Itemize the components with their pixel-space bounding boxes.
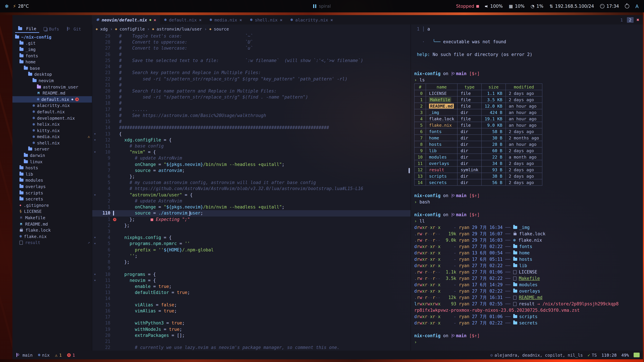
code-line[interactable]: 9 [92, 265, 410, 271]
breadcrumb-item[interactable]: astronvim/lua/user [157, 26, 202, 31]
code-line[interactable]: 2 }; [92, 223, 410, 229]
code-line[interactable]: 24# [92, 64, 410, 70]
code-line[interactable]: 16 vimAlias = true; [92, 308, 410, 314]
code-line[interactable]: 28# Convert to uppercase: `U` [92, 39, 410, 45]
close-buffer-icon[interactable]: × [240, 17, 242, 22]
code-line[interactable]: 5 # my cusotom astronvim config, astronv… [92, 180, 410, 186]
tree-item-Makefile[interactable]: MMakefile [12, 215, 92, 221]
tree-item-hosts[interactable]: hosts [12, 165, 92, 171]
code-line[interactable]: 18 withPython3 = true; [92, 320, 410, 326]
fold-indicator[interactable]: ▾ [92, 235, 98, 241]
tree-item-flake.nix[interactable]: ❄flake.nix [12, 233, 92, 240]
close-buffer-icon[interactable]: × [280, 17, 282, 22]
code-line[interactable]: 15# [92, 119, 410, 125]
code-line[interactable]: 15 viAlias = false; [92, 302, 410, 308]
code-line[interactable]: 6 }; [92, 174, 410, 180]
code-line[interactable]: 8 }; [92, 259, 410, 265]
code-line[interactable]: 25# Save the selected text to a file: `:… [92, 58, 410, 64]
tab-number[interactable]: 2 [627, 17, 634, 23]
breadcrumb-item[interactable]: xdg [100, 26, 108, 31]
fold-indicator[interactable]: ▾ [92, 131, 98, 137]
code-line[interactable]: 1× }; ■ Expecting ";" [92, 216, 410, 222]
code-line[interactable]: 23# Search key pattern and Replace in Mu… [92, 70, 410, 76]
breadcrumb-item[interactable]: configFile [120, 26, 145, 31]
network-module[interactable]: ⇅ 192.168.5.100/24 [550, 4, 594, 9]
code-line[interactable]: 16# See https://astronvim.com/Basic%20Us… [92, 113, 410, 119]
tree-item-kitty.nix[interactable]: ❄kitty.nix [12, 127, 92, 134]
tree-item-flake.lock[interactable]: flake.lock [12, 227, 92, 233]
code-line[interactable]: 13 defaultEditor = true; [92, 290, 410, 296]
tree-item-helix.nix[interactable]: ❄helix.nix [12, 121, 92, 127]
code-line[interactable]: 19# sed -ri "s/pattern_str/replace_str/g… [92, 94, 410, 100]
code-line[interactable]: 14######################################… [92, 125, 410, 131]
code-line[interactable]: 12 enable = true; [92, 284, 410, 290]
tree-item-desktop[interactable]: desktop [12, 71, 92, 77]
tree-item-result[interactable]: result↗ [12, 240, 92, 246]
fold-indicator[interactable]: ▾ [92, 192, 98, 198]
code-line[interactable]: 4 # https://github.com/AstroNvim/AstroNv… [92, 186, 410, 192]
code-line[interactable]: 14 [92, 296, 410, 302]
tree-item-.git[interactable]: .git [12, 40, 92, 46]
tree-item-lib[interactable]: lib [12, 171, 92, 177]
code-line[interactable]: 17 [92, 314, 410, 320]
code-line[interactable]: ▾11 neovim = { [92, 278, 410, 284]
tree-item-alacritty.nix[interactable]: ❄alacritty.nix [12, 102, 92, 109]
explorer-tab-bufs[interactable]: Bufs [40, 25, 62, 32]
distro-logo-icon[interactable]: ❄ [5, 3, 9, 9]
fold-indicator[interactable]: ▾ [92, 278, 98, 284]
code-line[interactable]: 21 [92, 339, 410, 345]
code-line[interactable]: ▾10 "nvim" = { [92, 149, 410, 155]
volume-module[interactable]: 100% [485, 4, 502, 9]
buffer-tab[interactable]: ❄media.nix× [206, 15, 246, 24]
code-line[interactable]: 27# Convert to lowercase: `u` [92, 45, 410, 51]
code-line[interactable]: 8 onChange = "${pkgs.neovim}/bin/nvim --… [92, 161, 410, 167]
code-line[interactable]: 22 # currently we use lazy.nvim as neovi… [92, 345, 410, 351]
tree-item-home[interactable]: home [12, 59, 92, 65]
code-line[interactable]: 7 ''; [92, 253, 410, 259]
recorder-module[interactable]: Stopped [456, 4, 479, 9]
code-line[interactable]: 21# [92, 82, 410, 88]
code-area[interactable]: 29# Toggle text's case: `~`28# Convert t… [92, 33, 410, 351]
close-buffer-icon[interactable]: × [199, 17, 202, 22]
explorer-tab-git[interactable]: Git [64, 25, 84, 32]
code-line[interactable]: ▾10 programs = { [92, 271, 410, 277]
code-line[interactable]: 20 extraPackages = []; [92, 332, 410, 338]
code-line[interactable]: ▾5 programs.npm.npmrc = '' [92, 241, 410, 247]
code-line[interactable]: 22# sed -ri "s/pattern_str/replace_str/g… [92, 76, 410, 82]
tree-item-scripts[interactable]: scripts [12, 190, 92, 196]
buffer-tab[interactable]: ❄default.nix× [160, 15, 206, 24]
tree-item-.gitignore[interactable]: ◆.gitignore [12, 202, 92, 208]
fold-indicator[interactable]: ▾ [92, 137, 98, 143]
code-line[interactable]: ▾12 xdg.configFile = { [92, 137, 410, 143]
tree-item-media.nix[interactable]: ❄media.nix⚠ [12, 134, 92, 140]
code-line[interactable]: 9 # update AstroNvim [92, 155, 410, 161]
tray-app-icon[interactable]: A [636, 3, 639, 9]
code-line[interactable]: 26# [92, 51, 410, 57]
tree-item-linux[interactable]: linux [12, 159, 92, 165]
tree-item-shell.nix[interactable]: ❄shell.nix [12, 140, 92, 146]
cpu-module[interactable]: ◔ 1% [531, 4, 544, 9]
buffer-tab[interactable]: ❄shell.nix× [246, 15, 286, 24]
fold-indicator[interactable]: ▾ [92, 149, 98, 155]
tree-item-default.nix[interactable]: ❄default.nix●× [12, 96, 92, 102]
tree-item-LICENSE[interactable]: §LICENSE [12, 208, 92, 215]
code-line[interactable]: 20# Search file name pattern and Replace… [92, 88, 410, 94]
code-line[interactable]: 7 source = astronvim; [92, 168, 410, 174]
clock-module[interactable]: 17:34 [600, 4, 619, 9]
tree-item-darwin[interactable]: darwin [12, 152, 92, 159]
memory-module[interactable]: ▦ 10% [509, 4, 524, 9]
buffer-tab[interactable]: ❄neovim/default.nix●× [92, 15, 160, 24]
close-buffer-icon[interactable]: × [330, 17, 333, 22]
tree-item-astronvim_user[interactable]: astronvim_user [12, 84, 92, 90]
buffer-tab[interactable]: ❄alacritty.nix× [286, 15, 337, 24]
explorer-tab-file[interactable]: File [15, 25, 39, 33]
code-line[interactable]: 17# ...... [92, 106, 410, 112]
tree-item-base[interactable]: base [12, 65, 92, 71]
code-line[interactable]: 2 # update AstroNvim [92, 198, 410, 204]
tree-item-_img[interactable]: _img [12, 46, 92, 52]
code-line[interactable]: 18# [92, 100, 410, 106]
editor-pane[interactable]: ◈xdg›◈configFile›◈astronvim/lua/user›◈so… [92, 24, 410, 351]
tree-item-modules[interactable]: modules [12, 177, 92, 183]
code-line[interactable]: 1 onChange = "${pkgs.neovim}/bin/nvim --… [92, 204, 410, 210]
tree-item-overlays[interactable]: overlays [12, 184, 92, 190]
